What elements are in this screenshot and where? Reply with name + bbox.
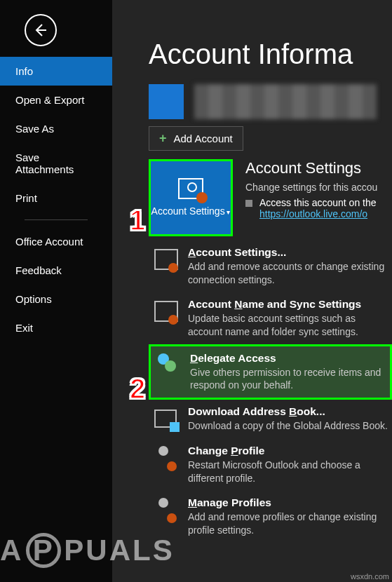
menu-name-sync-settings[interactable]: Account Name and Sync Settings Update ba…	[149, 292, 392, 344]
section-description: Change settings for this accou	[245, 182, 392, 193]
sidebar-item-office-account[interactable]: Office Account	[0, 227, 112, 256]
owa-link[interactable]: https://outlook.live.com/o	[259, 208, 367, 219]
sidebar-item-save-attachments[interactable]: Save Attachments	[0, 143, 112, 184]
back-arrow-icon	[32, 22, 49, 39]
sidebar-item-info[interactable]: Info	[0, 57, 112, 86]
section-heading: Account Settings	[245, 159, 392, 177]
name-sync-icon	[151, 298, 180, 326]
account-settings-icon	[178, 178, 203, 199]
account-settings-section: Account Settings Account Settings Change…	[149, 159, 392, 236]
menu-title: Download Address Book...	[188, 405, 389, 418]
account-settings-button[interactable]: Account Settings	[149, 159, 233, 236]
page-title: Account Informa	[112, 0, 392, 84]
add-account-label: Add Account	[174, 133, 233, 144]
menu-desc: Add and remove profiles or change existi…	[188, 510, 389, 537]
menu-title: Account Settings...	[188, 246, 389, 259]
menu-title: Delegate Access	[190, 352, 387, 365]
menu-delegate-access[interactable]: Delegate Access Give others permission t…	[149, 344, 392, 400]
address-book-icon	[151, 405, 180, 433]
account-email-redacted	[194, 84, 377, 119]
account-settings-menu: Account Settings... Add and remove accou…	[149, 241, 392, 543]
sidebar-item-options[interactable]: Options	[0, 285, 112, 313]
main-panel: Account Informa + Add Account Account Se…	[112, 0, 392, 582]
bullet-icon	[245, 200, 252, 207]
menu-desc: Restart Microsoft Outlook and choose a d…	[188, 459, 389, 485]
sidebar-item-open-export[interactable]: Open & Export	[0, 86, 112, 114]
delegate-access-icon	[154, 352, 182, 380]
sidebar-item-feedback[interactable]: Feedback	[0, 256, 112, 285]
menu-title: Change Profile	[188, 445, 389, 457]
backstage-sidebar: Info Open & Export Save As Save Attachme…	[0, 0, 112, 582]
menu-title: Account Name and Sync Settings	[188, 298, 389, 311]
menu-desc: Download a copy of the Global Address Bo…	[188, 419, 389, 433]
account-header	[149, 84, 392, 119]
plus-icon: +	[159, 131, 167, 146]
account-settings-label: Account Settings	[151, 205, 231, 217]
menu-desc: Give others permission to receive items …	[190, 366, 387, 393]
menu-title: Manage Profiles	[188, 496, 389, 509]
account-avatar	[149, 84, 184, 119]
menu-change-profile[interactable]: Change Profile Restart Microsoft Outlook…	[149, 439, 392, 491]
sidebar-item-exit[interactable]: Exit	[0, 313, 112, 342]
back-button[interactable]	[25, 14, 57, 46]
menu-desc: Update basic account settings such as ac…	[188, 312, 389, 339]
sidebar-divider	[25, 219, 88, 220]
sidebar-item-print[interactable]: Print	[0, 184, 112, 212]
menu-desc: Add and remove accounts or change existi…	[188, 260, 389, 287]
sidebar-item-save-as[interactable]: Save As	[0, 114, 112, 143]
add-account-button[interactable]: + Add Account	[149, 126, 243, 151]
menu-download-address-book[interactable]: Download Address Book... Download a copy…	[149, 400, 392, 439]
menu-account-settings[interactable]: Account Settings... Add and remove accou…	[149, 241, 392, 292]
bullet-text: Access this account on the	[259, 197, 377, 208]
menu-manage-profiles[interactable]: Manage Profiles Add and remove profiles …	[149, 491, 392, 543]
change-profile-icon	[151, 445, 180, 473]
account-settings-icon	[151, 246, 180, 274]
manage-profiles-icon	[151, 496, 180, 525]
